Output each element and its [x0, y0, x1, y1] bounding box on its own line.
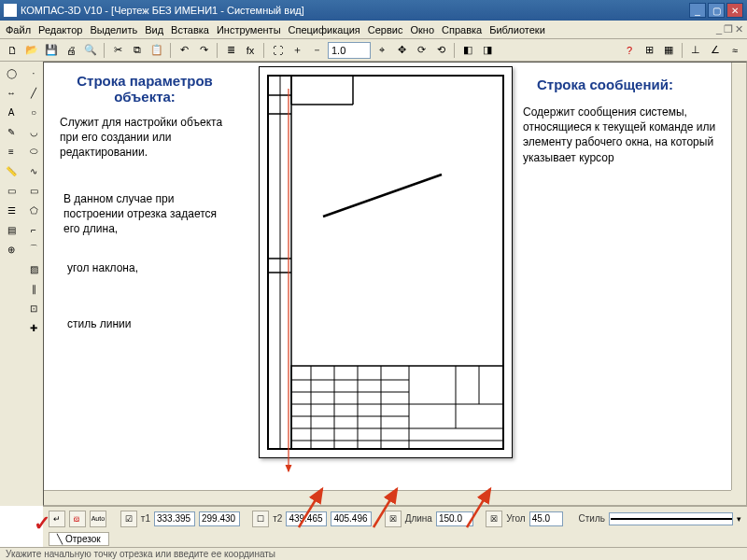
annotation-param-title: Строка параметров объекта:	[65, 73, 224, 105]
create-button[interactable]: ↵	[49, 511, 65, 527]
status-text: Укажите начальную точку отрезка или введ…	[6, 549, 275, 559]
undo-button[interactable]: ↶	[176, 42, 192, 59]
length-field[interactable]	[436, 511, 473, 526]
aux-tool[interactable]: ✚	[24, 318, 43, 337]
menu-tools[interactable]: Инструменты	[217, 24, 281, 35]
zoom-input[interactable]	[328, 42, 371, 59]
panel-tabbar: ╲ Отрезок	[43, 530, 747, 547]
angle-label: Угол	[506, 513, 526, 524]
vars-button[interactable]: fx	[242, 42, 259, 59]
geometry-tool[interactable]: ◯	[2, 63, 21, 82]
tool-a-button[interactable]: ◧	[459, 42, 476, 59]
zoom-window-button[interactable]: ⌖	[374, 42, 390, 59]
t1-x-field[interactable]	[154, 511, 195, 526]
close-button[interactable]: ✕	[726, 3, 743, 18]
preview-button[interactable]: 🔍	[82, 42, 99, 59]
tool-b-button[interactable]: ◨	[479, 42, 496, 59]
gather-tool[interactable]: ⊡	[24, 299, 43, 317]
props-button[interactable]: ≣	[222, 42, 239, 59]
arc-tool[interactable]: ◡	[24, 122, 43, 141]
pan-button[interactable]: ✥	[393, 42, 410, 59]
zoom-out-button[interactable]: －	[308, 42, 325, 59]
cut-button[interactable]: ✂	[109, 42, 126, 59]
tab-segment[interactable]: ╲ Отрезок	[49, 532, 109, 546]
annotation-msg-body: Содержит сообщения системы, относящиеся …	[523, 105, 742, 165]
edit-tool[interactable]: ✎	[2, 122, 21, 141]
style-dropdown[interactable]	[609, 512, 733, 525]
menu-window[interactable]: Окно	[410, 24, 434, 35]
t2-x-field[interactable]	[286, 511, 327, 526]
redraw-button[interactable]: ⟲	[432, 42, 449, 59]
menu-file[interactable]: Файл	[6, 24, 31, 35]
menu-spec[interactable]: Спецификация	[289, 24, 360, 35]
polygon-tool[interactable]: ⬠	[24, 201, 43, 219]
drawing-sheet	[259, 66, 513, 458]
save-button[interactable]: 💾	[43, 42, 60, 59]
round-button[interactable]: ≈	[726, 42, 743, 59]
hatch-tool[interactable]: ▨	[24, 259, 43, 278]
parameter-bar: ↵ ⦻ Auto ☑ т1 ☐ т2 ☒ Длина ☒ Угол Стиль …	[43, 506, 747, 530]
ortho-button[interactable]: ⊥	[687, 42, 704, 59]
t2-lock-button[interactable]: ☐	[252, 511, 269, 527]
grid-button[interactable]: ▦	[660, 42, 677, 59]
equid-tool[interactable]: ∥	[24, 279, 43, 298]
help-button[interactable]: ?	[621, 42, 638, 59]
print-button[interactable]: 🖨	[63, 42, 79, 59]
new-button[interactable]: 🗋	[4, 42, 21, 59]
menu-libraries[interactable]: Библиотеки	[489, 24, 545, 35]
stop-button[interactable]: ⦻	[69, 511, 86, 527]
scrollbar-corner	[731, 490, 746, 505]
insert-tool[interactable]: ⊕	[2, 240, 21, 259]
style-label: Стиль	[579, 513, 605, 524]
maximize-button[interactable]: ▢	[708, 3, 725, 18]
mdi-close-icon[interactable]: ✕	[735, 23, 743, 35]
t1-lock-button[interactable]: ☑	[120, 511, 137, 527]
style-dropdown-arrow-icon[interactable]: ▾	[737, 514, 741, 524]
main-toolbar: 🗋 📂 💾 🖨 🔍 ✂ ⧉ 📋 ↶ ↷ ≣ fx ⛶ ＋ － ⌖ ✥ ⟳ ⟲ ◧…	[0, 39, 747, 62]
param-tool[interactable]: ≡	[2, 142, 21, 161]
chamfer-tool[interactable]: ⌐	[24, 220, 43, 239]
t2-label: т2	[273, 513, 282, 524]
auto-button[interactable]: Auto	[90, 511, 106, 527]
open-button[interactable]: 📂	[23, 42, 40, 59]
copy-button[interactable]: ⧉	[129, 42, 146, 59]
zoom-in-button[interactable]: ＋	[289, 42, 305, 59]
fillet-tool[interactable]: ⌒	[24, 240, 43, 259]
horizontal-scrollbar[interactable]	[44, 490, 731, 505]
rotate-button[interactable]: ⟳	[413, 42, 430, 59]
angle-field[interactable]	[529, 511, 563, 526]
mdi-minimize-icon[interactable]: _	[716, 23, 722, 35]
annotation-param-p3: угол наклона,	[67, 261, 138, 274]
ellipse-tool[interactable]: ⬭	[24, 142, 43, 161]
dimension-tool[interactable]: ↔	[2, 83, 21, 102]
text-tool[interactable]: A	[2, 103, 21, 121]
spline-tool[interactable]: ∿	[24, 161, 43, 180]
menu-service[interactable]: Сервис	[368, 24, 403, 35]
t1-label: т1	[141, 513, 150, 524]
point-tool[interactable]: ·	[24, 63, 43, 82]
report-tool[interactable]: ▤	[2, 220, 21, 239]
t2-y-field[interactable]	[331, 511, 372, 526]
length-lock-button[interactable]: ☒	[385, 511, 402, 527]
menu-help[interactable]: Справка	[442, 24, 482, 35]
rect-tool[interactable]: ▭	[24, 181, 43, 200]
mdi-restore-icon[interactable]: ❐	[724, 23, 733, 35]
redo-button[interactable]: ↷	[195, 42, 212, 59]
circle-tool[interactable]: ○	[24, 103, 43, 121]
ang-button[interactable]: ∠	[707, 42, 724, 59]
menu-editor[interactable]: Редактор	[38, 24, 82, 35]
measure-tool[interactable]: 📏	[2, 161, 21, 180]
spec-tool[interactable]: ☰	[2, 201, 21, 219]
t1-y-field[interactable]	[199, 511, 240, 526]
menu-view[interactable]: Вид	[145, 24, 163, 35]
menu-select[interactable]: Выделить	[90, 24, 137, 35]
angle-lock-button[interactable]: ☒	[486, 511, 502, 527]
red-checkmark-icon: ✓	[34, 511, 50, 536]
snap-button[interactable]: ⊞	[641, 42, 657, 59]
line-tool[interactable]: ╱	[24, 83, 43, 102]
paste-button[interactable]: 📋	[148, 42, 165, 59]
zoom-fit-button[interactable]: ⛶	[269, 42, 286, 59]
select-tool[interactable]: ▭	[2, 181, 21, 200]
menu-insert[interactable]: Вставка	[171, 24, 209, 35]
minimize-button[interactable]: _	[689, 3, 706, 18]
